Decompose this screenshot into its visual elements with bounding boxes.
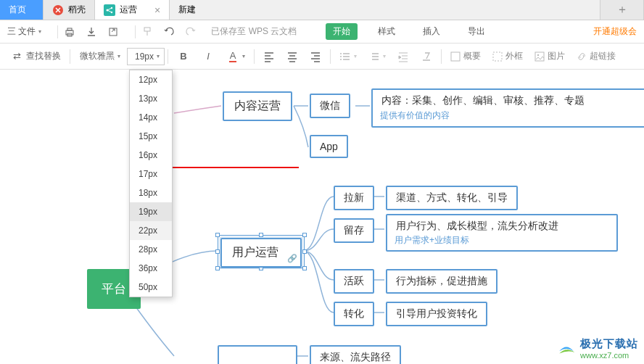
watermark-url: www.xz7.com (580, 351, 638, 360)
node-retain-desc[interactable]: 用户行为、成长模型，流失分析改进 用户需求+业绩目标 (386, 214, 618, 252)
node-app[interactable]: App (310, 135, 348, 158)
tab-docker[interactable]: 稻壳 (44, 0, 95, 20)
list-button[interactable]: ▾ (334, 47, 363, 66)
font-family-label: 微软雅黑 (80, 50, 115, 62)
svg-point-11 (340, 56, 342, 57)
font-size-label: 19px (135, 51, 154, 62)
docker-icon (52, 4, 64, 16)
watermark-name: 极光下载站 (580, 337, 638, 351)
tab-active[interactable]: 运营 × (95, 0, 170, 20)
main-toolbar: 三 文件▾ 已保存至 WPS 云文档 开始 样式 插入 导出 开通超级会 (0, 20, 644, 44)
node-content-note: 提供有价值的内容 (380, 109, 450, 122)
upgrade-link[interactable]: 开通超级会 (593, 25, 637, 38)
node-retain-desc-text: 用户行为、成长模型，流失分析改进 (396, 220, 558, 231)
font-size-dropdown[interactable]: 12px13px14px15px16px17px18px19px22px28px… (129, 70, 173, 297)
image-label: 图片 (548, 50, 565, 62)
font-size-option[interactable]: 13px (130, 89, 172, 108)
format-toolbar: ⇄ 查找替换 微软雅黑▾ 19px▾ B I A▾ ▾ ▾ 概要 外框 图片 超… (0, 44, 644, 70)
align-left-button[interactable] (257, 47, 281, 66)
find-replace[interactable]: ⇄ 查找替换 (4, 47, 67, 66)
font-family-select[interactable]: 微软雅黑▾ (73, 47, 127, 66)
node-user-ops[interactable]: 用户运营 🔗 (220, 238, 302, 268)
font-size-option[interactable]: 16px (130, 146, 172, 165)
tab-home[interactable]: 首页 (0, 0, 44, 20)
file-menu[interactable]: 三 文件▾ (7, 25, 41, 38)
node-convert[interactable]: 转化 (334, 302, 374, 326)
mindmap-canvas[interactable]: 平台 内容运营 微信 App 内容：采集、创作、编辑、审核、推荐、专题 提供有价… (0, 70, 644, 364)
tab-new[interactable]: 新建 (170, 0, 600, 20)
svg-point-10 (340, 53, 342, 54)
font-size-select[interactable]: 19px▾ (127, 48, 165, 65)
bold-button[interactable]: B (171, 47, 196, 66)
redo-icon[interactable] (185, 26, 197, 38)
node-retain[interactable]: 留存 (334, 218, 374, 243)
link-icon: 🔗 (287, 254, 297, 263)
tab-new-label: 新建 (178, 4, 196, 16)
font-size-option[interactable]: 15px (130, 127, 172, 146)
hyperlink-button[interactable]: 超链接 (571, 47, 622, 66)
font-size-option[interactable]: 22px (130, 221, 172, 240)
svg-rect-13 (451, 52, 460, 61)
menu-style[interactable]: 样式 (371, 23, 402, 40)
node-source[interactable]: 来源、流失路径 (310, 345, 401, 364)
indent-button[interactable] (392, 47, 415, 66)
font-size-option[interactable]: 36px (130, 259, 172, 278)
node-active-desc[interactable]: 行为指标，促进措施 (386, 269, 498, 294)
font-size-option[interactable]: 18px (130, 183, 172, 202)
svg-rect-1 (104, 4, 115, 16)
align-right-button[interactable] (304, 47, 327, 66)
file-menu-label: 三 文件 (7, 25, 36, 38)
font-size-option[interactable]: 12px (130, 70, 172, 89)
numbered-list-button[interactable]: ▾ (363, 47, 392, 66)
font-size-option[interactable]: 28px (130, 240, 172, 259)
svg-point-16 (537, 54, 539, 55)
share-icon[interactable] (107, 26, 119, 38)
font-size-option[interactable]: 17px (130, 165, 172, 183)
menu-insert[interactable]: 插入 (416, 23, 447, 40)
font-size-option[interactable]: 19px (130, 202, 172, 221)
node-wechat[interactable]: 微信 (310, 94, 350, 118)
node-content-ops[interactable]: 内容运营 (223, 91, 292, 121)
svg-rect-14 (493, 52, 502, 61)
svg-rect-6 (67, 28, 72, 30)
tab-docker-label: 稻壳 (68, 4, 86, 16)
watermark-logo (557, 339, 576, 358)
font-size-option[interactable]: 14px (130, 108, 172, 127)
node-user-ops-text: 用户运营 (232, 246, 278, 258)
node-convert-desc[interactable]: 引导用户投资转化 (386, 302, 487, 326)
italic-button[interactable]: I (196, 47, 220, 66)
print-icon[interactable] (64, 26, 75, 38)
watermark: 极光下载站 www.xz7.com (557, 337, 638, 360)
tab-home-label: 首页 (9, 4, 26, 16)
menu-start[interactable]: 开始 (326, 23, 358, 40)
outline-label: 概要 (463, 50, 481, 62)
node-bottom-blank[interactable] (218, 345, 297, 364)
menu-export[interactable]: 导出 (461, 23, 492, 40)
font-color-button[interactable]: A▾ (220, 47, 251, 66)
font-size-option[interactable]: 50px (130, 278, 172, 297)
node-pull-new-desc[interactable]: 渠道、方式、转化、引导 (386, 186, 518, 210)
frame-button[interactable]: 外框 (487, 47, 529, 66)
arrows-icon: ⇄ (10, 50, 23, 63)
outline-button[interactable]: 概要 (445, 47, 487, 66)
download-icon[interactable] (86, 26, 97, 38)
find-replace-label: 查找替换 (26, 50, 61, 62)
node-retain-note: 用户需求+业绩目标 (395, 234, 469, 247)
close-icon[interactable]: × (154, 4, 160, 16)
node-content-desc[interactable]: 内容：采集、创作、编辑、审核、推荐、专题 提供有价值的内容 (371, 88, 644, 128)
image-button[interactable]: 图片 (529, 47, 571, 66)
save-status: 已保存至 WPS 云文档 (211, 25, 297, 38)
tab-bar: 首页 稻壳 运营 × 新建 ＋ (0, 0, 644, 20)
undo-icon[interactable] (163, 26, 175, 38)
format-painter-icon[interactable] (141, 26, 153, 38)
clear-format-button[interactable] (415, 47, 438, 66)
tab-active-label: 运营 (120, 4, 137, 16)
tab-add[interactable]: ＋ (600, 0, 644, 20)
node-active[interactable]: 活跃 (334, 269, 374, 294)
node-content-desc-text: 内容：采集、创作、编辑、审核、推荐、专题 (381, 94, 585, 106)
node-pull-new[interactable]: 拉新 (334, 186, 374, 210)
frame-label: 外框 (505, 50, 523, 62)
mindmap-icon (104, 4, 115, 16)
align-center-button[interactable] (281, 47, 304, 66)
hyperlink-label: 超链接 (590, 50, 616, 62)
